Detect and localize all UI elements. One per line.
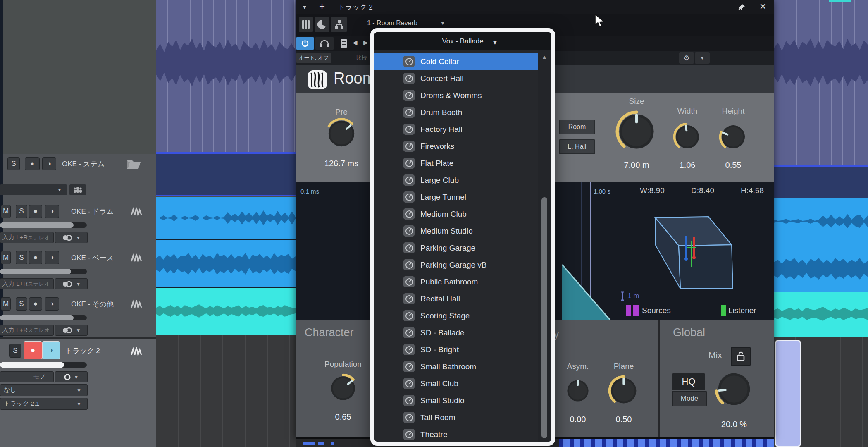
preset-item[interactable]: Fireworks [374,138,538,155]
take-select-track2[interactable]: トラック 2.1 ▼ [0,398,88,410]
preset-item[interactable]: Small Bathroom [374,358,538,375]
record-button-bass[interactable]: ● [29,251,42,264]
preset-item[interactable]: Factory Hall [374,121,538,138]
document-icon[interactable] [340,39,348,48]
solo-button-track2[interactable]: S [9,344,21,358]
mode-button[interactable]: Mode [672,391,707,406]
volume-fader-drums[interactable] [0,222,87,228]
pre-knob[interactable] [325,117,358,150]
scrollbar-thumb[interactable] [541,197,547,438]
mix-view-button[interactable] [315,17,329,32]
hall-type-button[interactable]: L. Hall [559,139,595,154]
monitor-button-bass[interactable]: ◑ [45,251,59,264]
add-insert-icon[interactable]: + [319,0,325,12]
scroll-up-icon[interactable]: ▲ [538,50,551,60]
clip-other-right[interactable] [774,292,868,337]
preset-item[interactable]: Theatre [374,426,538,442]
volume-fader-bass[interactable] [0,269,87,274]
size-knob[interactable] [615,110,658,153]
monitor-button-other[interactable]: ◑ [45,297,59,311]
input-label-bass[interactable]: 入力 L+Rステレオ [0,278,54,289]
solo-button-bass[interactable]: S [16,251,27,264]
clip-stem[interactable] [156,154,296,195]
record-button-track2[interactable]: ● [24,341,42,359]
clip-bass[interactable] [156,240,296,287]
clip-drums[interactable] [156,197,296,239]
preset-item[interactable]: Tall Room [374,409,538,426]
clip-track2-selected[interactable] [775,340,801,447]
input-label-drums[interactable]: 入力 L+Rステレオ [0,232,54,243]
record-button-drums[interactable]: ● [29,205,42,218]
preset-item[interactable]: Recital Hall [374,290,538,307]
mute-button-bass[interactable]: M [1,251,11,264]
channel-view-button[interactable] [299,17,313,32]
input-label-other[interactable]: 入力 L+Rステレオ [0,325,54,336]
mute-button-drums[interactable]: M [1,205,11,218]
record-button-other[interactable]: ● [29,297,42,311]
mono-mode-track2[interactable]: ▼ [55,371,88,382]
next-preset-icon[interactable]: ▶ [363,39,368,46]
preset-item[interactable]: Large Tunnel [374,189,538,206]
send-select-track2[interactable]: なし ▼ [0,384,88,396]
chevron-down-icon[interactable]: ▼ [302,4,308,10]
bypass-power-button[interactable] [296,37,314,50]
clip-drums-right[interactable] [774,198,868,245]
monitor-button-drums[interactable]: ◑ [45,205,59,218]
stem-dropdown[interactable]: ▼ [0,184,67,195]
volume-fader-track2[interactable] [0,362,87,368]
group-button[interactable] [69,184,86,195]
monitor-button-track2[interactable]: ◑ [42,341,60,359]
room-3d-view[interactable] [559,182,774,320]
chevron-down-icon[interactable]: ▼ [440,20,445,26]
solo-button-drums[interactable]: S [16,205,27,218]
preset-scrollbar[interactable]: ▲ [538,50,551,442]
pin-icon[interactable] [737,2,746,12]
width-knob[interactable] [673,122,702,151]
population-knob[interactable] [328,373,358,403]
pan-mode-bass[interactable]: ▼ [55,278,88,289]
preset-item[interactable]: Parking Garage vB [374,256,538,273]
mute-button-other[interactable]: M [1,297,11,311]
clip-bass-right[interactable] [774,245,868,292]
plane-knob[interactable] [608,375,639,406]
gear-button[interactable]: ⚙ [679,52,694,64]
preset-item[interactable]: Small Club [374,375,538,392]
recording-clip-strip[interactable] [559,439,774,447]
close-icon[interactable]: ✕ [759,2,767,12]
automation-mode-button[interactable]: オート: オフ [296,53,331,63]
preset-selector[interactable]: Vox - Ballade ▼ [374,32,551,50]
prev-preset-icon[interactable]: ◀ [353,39,358,46]
preset-item[interactable]: Concert Hall [374,70,538,87]
compare-label[interactable]: 比較 [356,54,367,62]
solo-button-other[interactable]: S [16,297,27,311]
record-button-stem[interactable]: ● [25,157,40,170]
preset-item[interactable]: Small Studio [374,392,538,409]
preset-item[interactable]: Parking Garage [374,239,538,256]
preset-item[interactable]: Cold Cellar [374,53,538,70]
preset-item[interactable]: SD - Ballade [374,324,538,341]
pan-mode-drums[interactable]: ▼ [55,232,88,243]
preset-item[interactable]: Flat Plate [374,155,538,172]
mix-lock-button[interactable] [731,347,751,366]
pan-mode-other[interactable]: ▼ [55,325,88,336]
preset-item[interactable]: Medium Studio [374,222,538,239]
listen-button[interactable] [315,37,334,50]
settings-dropdown-button[interactable]: ▼ [695,52,710,64]
routing-view-button[interactable] [331,17,347,32]
preset-item[interactable]: SD - Bright [374,341,538,358]
solo-button-stem[interactable]: S [7,157,20,170]
clip-stem-right[interactable] [774,165,868,198]
preset-item[interactable]: Large Club [374,172,538,189]
preset-item[interactable]: Scoring Stage [374,307,538,324]
room-type-button[interactable]: Room [559,120,595,134]
hq-button[interactable]: HQ [672,373,705,390]
plugin-selector[interactable]: 1 - Room Reverb [367,19,417,27]
asym-knob[interactable] [565,378,591,404]
height-knob[interactable] [719,122,748,151]
preset-item[interactable]: Medium Club [374,206,538,222]
monitor-button-stem[interactable]: ◑ [42,157,56,170]
volume-fader-other[interactable] [0,315,87,320]
mono-label-track2[interactable]: モノ [0,371,54,382]
mix-knob[interactable] [714,369,754,409]
clip-other[interactable] [156,288,296,335]
